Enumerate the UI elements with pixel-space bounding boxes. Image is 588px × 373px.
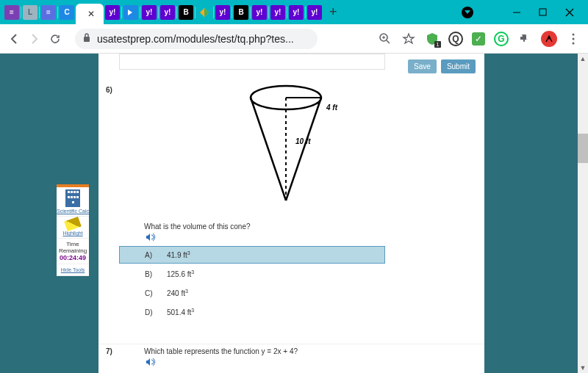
choice-d[interactable]: D) 501.4 ft3: [119, 303, 385, 321]
new-tab-button[interactable]: +: [329, 4, 337, 20]
svg-point-10: [573, 37, 575, 40]
close-window-button[interactable]: [564, 7, 575, 18]
downloads-icon[interactable]: [462, 7, 473, 18]
highlighter-icon: [64, 217, 82, 231]
audio-icon[interactable]: [146, 232, 156, 242]
url-text: usatestprep.com/modules/test/tq.php?tes.…: [97, 33, 294, 45]
tab-favicon[interactable]: y!: [142, 5, 157, 20]
svg-rect-1: [539, 9, 546, 15]
shield-extension-icon[interactable]: 1: [425, 32, 440, 46]
profile-avatar[interactable]: [541, 31, 557, 47]
window-controls: [462, 0, 588, 24]
tab-favicon[interactable]: C: [60, 5, 74, 20]
svg-line-14: [286, 98, 321, 200]
bookmark-star-icon[interactable]: [401, 32, 416, 46]
tab-favicon[interactable]: y!: [105, 5, 120, 20]
hide-tools-link[interactable]: Hide Tools: [57, 264, 89, 276]
tab-favicon[interactable]: y!: [270, 5, 285, 20]
address-bar[interactable]: usatestprep.com/modules/test/tq.php?tes.…: [75, 29, 318, 49]
tab-favicon[interactable]: y!: [160, 5, 175, 20]
save-button[interactable]: Save: [408, 59, 437, 73]
height-label: 10 ft: [295, 137, 311, 145]
radius-label: 4 ft: [326, 104, 337, 112]
time-remaining: Time Remaining 00:24:49: [57, 239, 89, 264]
svg-point-9: [573, 33, 575, 35]
tab-favicon[interactable]: ≡: [41, 5, 56, 20]
answer-choices: A) 41.9 ft3 B) 125.6 ft3 C) 240 ft3 D) 5…: [119, 246, 385, 322]
tab-favicon[interactable]: y!: [289, 5, 304, 20]
cone-diagram: [245, 83, 326, 208]
question-7: 7) Which table represents the function y…: [98, 344, 484, 347]
choice-b[interactable]: B) 125.6 ft3: [119, 265, 385, 283]
back-button[interactable]: [7, 32, 21, 46]
grammarly-icon[interactable]: G: [494, 32, 509, 46]
timer-value: 00:24:49: [57, 254, 89, 261]
tab-favicon[interactable]: y!: [252, 5, 267, 20]
calculator-tool[interactable]: Scientific Calc: [57, 187, 89, 217]
forward-button[interactable]: [28, 32, 41, 46]
page-viewport: Scientific Calc Highlight Time Remaining…: [0, 54, 588, 373]
extensions-puzzle-icon[interactable]: [517, 32, 532, 46]
svg-point-11: [573, 42, 575, 44]
zoom-icon[interactable]: [378, 32, 392, 46]
choice-c[interactable]: C) 240 ft3: [119, 284, 385, 302]
svg-line-6: [387, 40, 390, 43]
submit-button[interactable]: Submit: [441, 59, 476, 73]
question-prompt: What is the volume of this cone?: [144, 222, 251, 231]
svg-line-13: [251, 98, 286, 200]
maximize-button[interactable]: [538, 7, 548, 18]
tab-favicon[interactable]: [123, 5, 138, 20]
browser-toolbar: usatestprep.com/modules/test/tq.php?tes.…: [0, 24, 588, 54]
tab-favicon[interactable]: L: [23, 5, 37, 20]
question-prompt: Which table represents the function y = …: [144, 347, 298, 355]
choice-a[interactable]: A) 41.9 ft3: [119, 246, 385, 264]
chrome-menu-icon[interactable]: [566, 32, 581, 46]
action-buttons: Save Submit: [408, 59, 476, 73]
extension-q-icon[interactable]: Q: [448, 32, 463, 46]
scroll-thumb[interactable]: [578, 134, 588, 163]
minimize-button[interactable]: [512, 7, 522, 18]
tab-strip: ≡ L ≡ C ✕ y! y! y! B y! B y! y! y!: [0, 0, 337, 24]
vertical-scrollbar[interactable]: ▲ ▼: [578, 54, 588, 373]
audio-icon[interactable]: [146, 357, 156, 367]
scroll-down-arrow[interactable]: ▼: [578, 363, 588, 373]
checkmark-extension-icon[interactable]: ✓: [472, 32, 485, 46]
scroll-track[interactable]: [578, 64, 588, 363]
tab-favicon[interactable]: y!: [307, 5, 322, 20]
question-number: 6): [106, 86, 112, 94]
tab-favicon[interactable]: [197, 5, 212, 20]
lock-icon: [82, 32, 91, 45]
scroll-up-arrow[interactable]: ▲: [578, 54, 588, 64]
close-icon[interactable]: ✕: [87, 9, 95, 19]
tab-favicon[interactable]: y!: [215, 5, 230, 20]
tools-panel: Scientific Calc Highlight Time Remaining…: [57, 184, 89, 276]
tab-favicon[interactable]: ≡: [4, 5, 19, 20]
reload-button[interactable]: [49, 32, 62, 46]
tab-favicon[interactable]: B: [234, 5, 248, 20]
tab-favicon[interactable]: B: [179, 5, 193, 20]
tab-active[interactable]: ✕: [76, 4, 104, 24]
calculator-icon: [65, 189, 80, 207]
previous-answer-box: [119, 54, 385, 70]
test-content: Save Submit 6) 4 ft 10 ft What is the vo…: [98, 54, 484, 373]
window-titlebar: ≡ L ≡ C ✕ y! y! y! B y! B y! y! y!: [0, 0, 588, 24]
question-number: 7): [106, 347, 112, 355]
svg-rect-4: [84, 37, 90, 42]
highlight-tool[interactable]: Highlight: [57, 217, 89, 239]
